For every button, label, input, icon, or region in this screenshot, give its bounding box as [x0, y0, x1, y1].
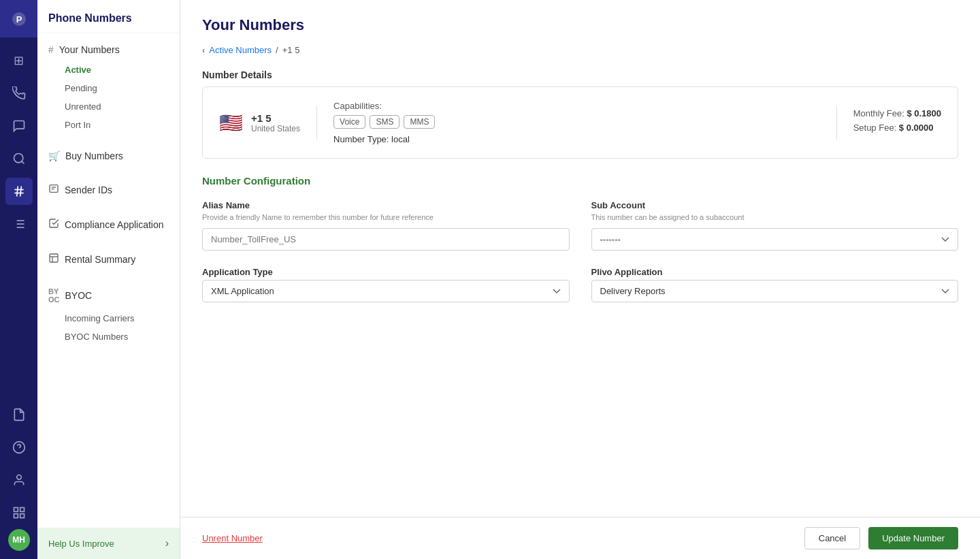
vertical-divider-2 [836, 106, 837, 140]
fee-section: Monthly Fee: $ 0.1800 Setup Fee: $ 0.000… [853, 108, 941, 137]
byoc-icon: BYOC [48, 287, 60, 304]
sidebar-sub-port-in[interactable]: Port In [37, 116, 180, 134]
hash-icon[interactable] [5, 178, 33, 205]
capabilities-label: Capabilities: [333, 101, 820, 111]
sidebar-sub-pending[interactable]: Pending [37, 79, 180, 97]
avatar[interactable]: MH [8, 529, 30, 551]
hash-group-icon: # [48, 44, 54, 55]
svg-point-2 [14, 154, 22, 163]
search-icon[interactable] [5, 145, 33, 172]
help-icon[interactable] [5, 434, 33, 461]
sidebar-item-compliance[interactable]: Compliance Application [37, 212, 180, 236]
breadcrumb-active-link[interactable]: Active Numbers [209, 45, 272, 55]
help-us-improve[interactable]: Help Us Improve › [37, 528, 180, 559]
number-type-row: Number Type: local [333, 134, 820, 144]
plivo-application-label: Plivo Application [591, 267, 959, 277]
sidebar-section-sender-ids: Sender IDs [37, 172, 180, 207]
svg-line-6 [16, 187, 18, 197]
number-type-label: Number Type: [333, 134, 391, 144]
sidebar-section-rental: Rental Summary [37, 242, 180, 276]
contact-icon[interactable] [5, 466, 33, 494]
sidebar-sub-unrented[interactable]: Unrented [37, 97, 180, 116]
vertical-divider [316, 106, 317, 140]
list-icon[interactable] [5, 210, 33, 238]
sidebar-item-buy-numbers[interactable]: 🛒 Buy Numbers [37, 145, 180, 167]
cart-icon: 🛒 [48, 150, 60, 161]
main-inner: Your Numbers ‹ Active Numbers / +1 5 Num… [180, 0, 980, 517]
svg-text:P: P [16, 14, 22, 25]
plivo-application-select[interactable]: Delivery Reports None [591, 280, 959, 302]
plivo-application-group: Plivo Application Delivery Reports None [591, 267, 959, 302]
svg-rect-19 [14, 514, 18, 518]
phone-number: +1 5 [251, 112, 300, 124]
compliance-icon [48, 218, 59, 231]
dashboard-icon[interactable]: ⊞ [5, 47, 33, 74]
sender-ids-label: Sender IDs [65, 185, 112, 195]
monthly-fee-row: Monthly Fee: $ 0.1800 [853, 108, 941, 118]
page-title: Your Numbers [202, 16, 958, 34]
badge-sms: SMS [370, 115, 399, 129]
capabilities-section: Capabilities: Voice SMS MMS Number Type:… [333, 101, 820, 144]
config-grid: Alias Name Provide a friendly Name to re… [202, 200, 958, 302]
rental-summary-label: Rental Summary [65, 254, 135, 265]
flag-info: 🇺🇸 +1 5 United States [219, 112, 300, 134]
sidebar-item-rental-summary[interactable]: Rental Summary [37, 247, 180, 271]
alias-name-input[interactable] [202, 228, 570, 251]
logo[interactable]: P [0, 0, 37, 37]
monthly-fee-label: Monthly Fee: [853, 108, 907, 118]
senderid-icon [48, 183, 59, 196]
breadcrumb-separator: / [276, 45, 278, 55]
sidebar-title: Phone Numbers [37, 0, 180, 33]
buy-numbers-label: Buy Numbers [65, 150, 123, 161]
sub-account-hint: This number can be assigned to a subacco… [591, 213, 959, 221]
sidebar-item-your-numbers[interactable]: # Your Numbers [37, 39, 180, 61]
sms-icon[interactable] [5, 112, 33, 140]
badge-voice: Voice [333, 115, 365, 129]
unrent-number-link[interactable]: Unrent Number [202, 533, 263, 543]
rental-icon [48, 253, 59, 266]
sub-account-select[interactable]: ------- [591, 228, 959, 251]
compliance-label: Compliance Application [65, 219, 164, 230]
sub-account-label: Sub Account [591, 200, 959, 210]
sidebar-section-byoc: BYOC BYOC Incoming Carriers BYOC Numbers [37, 276, 180, 351]
capabilities-badges: Voice SMS MMS [333, 115, 820, 129]
sub-account-group: Sub Account This number can be assigned … [591, 200, 959, 251]
sidebar-section-your-numbers: # Your Numbers Active Pending Unrented P… [37, 33, 180, 140]
breadcrumb-current: +1 5 [282, 45, 300, 55]
application-type-select[interactable]: XML Application PHLO Application [202, 280, 570, 302]
sidebar-sub-incoming-carriers[interactable]: Incoming Carriers [37, 309, 180, 328]
application-type-label: Application Type [202, 267, 570, 277]
breadcrumb: ‹ Active Numbers / +1 5 [202, 45, 958, 55]
number-details-card: 🇺🇸 +1 5 United States Capabilities: Voic… [202, 86, 958, 159]
sidebar-sub-active[interactable]: Active [37, 61, 180, 79]
svg-rect-24 [50, 254, 58, 262]
sidebar-item-byoc[interactable]: BYOC BYOC [37, 282, 180, 309]
update-number-button[interactable]: Update Number [868, 527, 958, 549]
help-label: Help Us Improve [48, 539, 114, 549]
svg-rect-18 [20, 508, 24, 512]
report-icon[interactable] [5, 401, 33, 428]
sidebar-item-sender-ids[interactable]: Sender IDs [37, 178, 180, 202]
alias-name-label: Alias Name [202, 200, 570, 210]
grid-icon[interactable] [5, 499, 33, 526]
sidebar-section-compliance: Compliance Application [37, 207, 180, 242]
svg-line-3 [21, 161, 24, 164]
setup-fee-row: Setup Fee: $ 0.0000 [853, 123, 941, 133]
back-arrow-icon[interactable]: ‹ [202, 45, 205, 55]
cancel-button[interactable]: Cancel [804, 527, 860, 549]
sidebar: Phone Numbers # Your Numbers Active Pend… [37, 0, 180, 559]
badge-mms: MMS [404, 115, 435, 129]
country-name: United States [251, 124, 300, 133]
sidebar-sub-byoc-numbers[interactable]: BYOC Numbers [37, 328, 180, 346]
config-section-title: Number Configuration [202, 175, 958, 187]
number-details-section-label: Number Details [202, 69, 272, 80]
monthly-fee-value: $ 0.1800 [906, 108, 941, 118]
setup-fee-value: $ 0.0000 [899, 123, 934, 133]
footer-actions: Cancel Update Number [804, 527, 958, 549]
flag-emoji: 🇺🇸 [219, 112, 243, 134]
number-type-value: local [391, 134, 410, 144]
alias-name-group: Alias Name Provide a friendly Name to re… [202, 200, 570, 251]
byoc-label: BYOC [65, 290, 93, 301]
svg-rect-17 [14, 508, 18, 512]
phone-icon[interactable] [5, 80, 33, 107]
